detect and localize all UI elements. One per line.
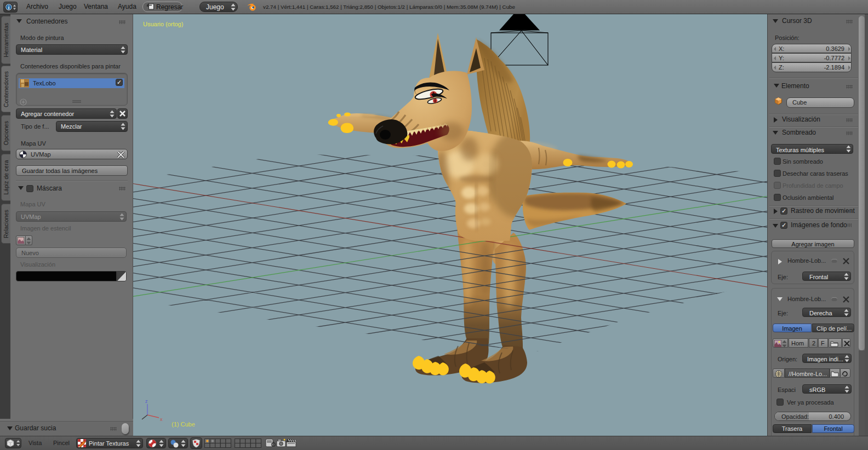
svg-text:x: x — [160, 417, 163, 422]
svg-text:(1) Cube: (1) Cube — [172, 421, 195, 428]
svg-text:Usuario (ortog): Usuario (ortog) — [143, 21, 183, 27]
svg-text:z: z — [145, 399, 148, 404]
svg-text:i: i — [8, 5, 10, 10]
